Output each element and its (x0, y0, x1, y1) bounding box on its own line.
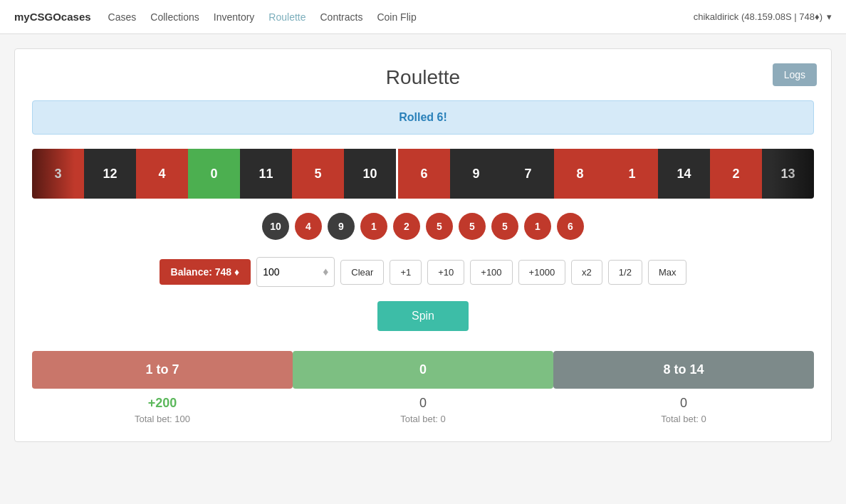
page-wrapper: Roulette Logs Rolled 6! 3 12 4 0 11 5 10… (0, 34, 846, 456)
navbar-dropdown-arrow: ▾ (827, 11, 832, 22)
bet-panel-green-header[interactable]: 0 (293, 351, 553, 389)
roulette-cell-14: 13 (762, 149, 814, 199)
roulette-wrapper: 3 12 4 0 11 5 10 6 9 7 8 1 14 2 13 (32, 149, 814, 199)
roulette-cell-2: 4 (136, 149, 188, 199)
nav-contracts[interactable]: Contracts (320, 11, 363, 23)
plus1-button[interactable]: +1 (390, 260, 422, 285)
history-circle-5: 5 (426, 213, 453, 240)
roulette-cell-3: 0 (188, 149, 240, 199)
nav-coinflip[interactable]: Coin Flip (377, 11, 416, 23)
roulette-strip: 3 12 4 0 11 5 10 6 9 7 8 1 14 2 13 (32, 149, 814, 199)
bet-panel-gray-amount: 0 (680, 396, 687, 411)
bet-panel-red: 1 to 7 +200 Total bet: 100 (32, 351, 293, 424)
history-circle-9: 6 (557, 213, 584, 240)
balance-badge: Balance: 748 ♦ (160, 259, 251, 285)
nav-cases[interactable]: Cases (108, 11, 137, 23)
bet-input-wrap: ♦ (256, 257, 335, 287)
clear-button[interactable]: Clear (340, 260, 384, 285)
history-circle-8: 1 (524, 213, 551, 240)
bet-panel-red-header[interactable]: 1 to 7 (32, 351, 293, 389)
roulette-cell-0: 3 (32, 149, 84, 199)
plus1000-button[interactable]: +1000 (518, 260, 566, 285)
spin-wrap: Spin (32, 301, 814, 331)
bet-panel-green: 0 0 Total bet: 0 (293, 351, 553, 424)
half-button[interactable]: 1/2 (608, 260, 642, 285)
roulette-cell-7: 6 (398, 149, 450, 199)
x2-button[interactable]: x2 (571, 260, 602, 285)
roulette-cell-5: 5 (292, 149, 344, 199)
roulette-cell-13: 2 (710, 149, 762, 199)
nav-roulette[interactable]: Roulette (268, 11, 306, 23)
navbar-user[interactable]: chikaldirick (48.159.08S | 748♦) ▾ (694, 11, 832, 22)
bet-input[interactable] (263, 266, 320, 278)
roulette-cell-10: 8 (554, 149, 606, 199)
navbar-links: Cases Collections Inventory Roulette Con… (108, 11, 677, 23)
bet-panel-gray-total: Total bet: 0 (661, 414, 706, 424)
plus10-button[interactable]: +10 (427, 260, 464, 285)
nav-inventory[interactable]: Inventory (214, 11, 255, 23)
bet-panels: 1 to 7 +200 Total bet: 100 0 0 Total bet… (32, 351, 814, 424)
roulette-cell-8: 9 (450, 149, 502, 199)
history-circle-7: 5 (491, 213, 518, 240)
bet-panel-gray: 8 to 14 0 Total bet: 0 (553, 351, 814, 424)
max-button[interactable]: Max (648, 260, 687, 285)
history-circle-0: 10 (262, 213, 289, 240)
bet-panel-red-winnings: +200 (148, 396, 177, 411)
bet-panel-red-total: Total bet: 100 (135, 414, 190, 424)
navbar-username: chikaldirick (48.159.08S | 748♦) (694, 11, 822, 22)
rolled-banner: Rolled 6! (32, 100, 814, 135)
main-card: Roulette Logs Rolled 6! 3 12 4 0 11 5 10… (14, 48, 832, 442)
navbar: myCSGOcases Cases Collections Inventory … (0, 0, 846, 34)
nav-collections[interactable]: Collections (150, 11, 199, 23)
roulette-cell-6: 10 (344, 149, 396, 199)
roulette-cell-1: 12 (84, 149, 136, 199)
history-circle-2: 9 (328, 213, 355, 240)
roulette-cell-9: 7 (502, 149, 554, 199)
navbar-brand: myCSGOcases (14, 11, 91, 23)
history-row: 10 4 9 1 2 5 5 5 1 6 (32, 213, 814, 240)
history-circle-3: 1 (360, 213, 387, 240)
bet-panel-green-amount: 0 (419, 396, 427, 411)
bet-panel-gray-header[interactable]: 8 to 14 (553, 351, 814, 389)
history-circle-1: 4 (295, 213, 322, 240)
plus100-button[interactable]: +100 (470, 260, 512, 285)
history-circle-6: 5 (459, 213, 486, 240)
spin-button[interactable]: Spin (377, 301, 469, 331)
bet-row: Balance: 748 ♦ ♦ Clear +1 +10 +100 +1000… (32, 257, 814, 287)
bet-diamond-icon: ♦ (323, 266, 328, 278)
logs-button[interactable]: Logs (773, 63, 817, 86)
roulette-cell-12: 14 (658, 149, 710, 199)
bet-panel-green-total: Total bet: 0 (400, 414, 446, 424)
page-title: Roulette (32, 66, 814, 89)
history-circle-4: 2 (393, 213, 420, 240)
roulette-cell-11: 1 (606, 149, 658, 199)
roulette-cell-4: 11 (240, 149, 292, 199)
